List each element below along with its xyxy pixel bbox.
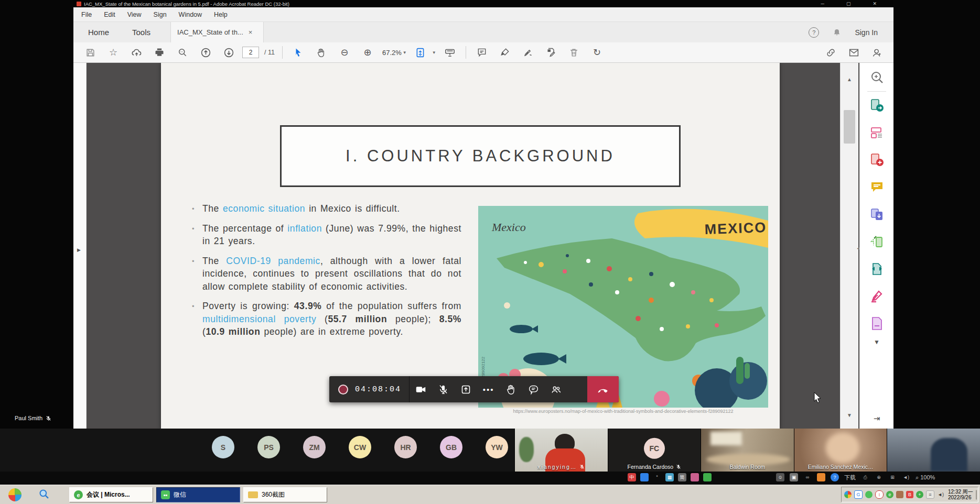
more-options-button[interactable]: ••• [477, 385, 500, 394]
zoom-in-icon[interactable]: ⊕ [356, 48, 379, 57]
open-tools-pane-icon[interactable]: ⇥ [874, 414, 880, 423]
hang-up-button[interactable] [587, 376, 619, 402]
raise-hand-button[interactable] [500, 384, 522, 395]
taskbar-search-icon[interactable] [39, 489, 49, 499]
translate-icon[interactable]: 中 [628, 473, 636, 481]
menu-sign[interactable]: Sign [154, 11, 167, 18]
share-link-icon[interactable] [819, 47, 842, 58]
open-nav-pane-icon[interactable]: ▶ [77, 247, 81, 253]
tray-video-b-icon[interactable]: B [906, 491, 913, 498]
plugin-icon[interactable] [817, 473, 825, 481]
participant-avatar[interactable]: YW [486, 436, 508, 458]
video-tile[interactable]: Baldwin Room [701, 429, 794, 472]
adobe-cloud-upload-icon[interactable] [125, 47, 148, 58]
grid-icon[interactable]: ▦ [665, 473, 674, 481]
menu-window[interactable]: Window [179, 11, 202, 18]
degree-icon[interactable]: ° [653, 473, 661, 481]
fill-sign-icon[interactable] [516, 47, 540, 58]
select-tool-icon[interactable] [287, 48, 310, 57]
camera-button[interactable] [410, 384, 432, 395]
participant-avatar[interactable]: ZM [303, 436, 326, 458]
help-bubble-icon[interactable]: ? [831, 473, 839, 481]
printer-icon[interactable]: ⎙ [861, 473, 869, 481]
sound-icon[interactable]: ◄) [902, 473, 910, 481]
tray-browser-pinwheel-icon[interactable] [844, 491, 852, 498]
search-tool-icon[interactable] [870, 70, 884, 84]
print-icon[interactable] [148, 47, 171, 58]
comment-tool-icon[interactable] [870, 180, 884, 194]
tab-document[interactable]: IAC_MX_State of th... × [170, 22, 264, 42]
start-button-icon[interactable] [8, 488, 21, 501]
email-icon[interactable] [842, 47, 865, 58]
video-tile[interactable]: FC Fernanda Cardoso [608, 429, 701, 472]
profile-icon[interactable] [865, 47, 888, 58]
combine-files-icon[interactable] [870, 207, 884, 222]
participant-avatar[interactable]: HR [394, 436, 417, 458]
read-mode-icon[interactable] [438, 47, 461, 58]
feedback-icon[interactable]: ☺ [776, 473, 784, 481]
menu-file[interactable]: File [81, 11, 92, 18]
tray-browser-e-icon[interactable]: e [886, 491, 893, 498]
skin-icon[interactable] [691, 473, 699, 481]
zoom-level-value[interactable]: 67.2% [382, 49, 402, 57]
help-icon[interactable]: ? [809, 27, 819, 38]
tray-cloud-drive-icon[interactable]: G [854, 490, 863, 499]
fill-sign-tool-icon[interactable] [870, 289, 884, 303]
fit-page-icon[interactable] [409, 47, 432, 58]
taskbar-button-meeting[interactable]: e 会议 | Micros... [69, 487, 153, 502]
delete-pages-icon[interactable] [563, 48, 586, 58]
menu-help[interactable]: Help [214, 11, 228, 18]
export-pdf-icon[interactable] [870, 98, 884, 113]
page-zoom-indicator[interactable]: ⌕ 100% [916, 474, 935, 481]
assistant-icon[interactable] [640, 473, 649, 481]
menu-view[interactable]: View [127, 11, 142, 18]
share-screen-button[interactable] [455, 384, 477, 395]
participant-avatar[interactable]: GB [440, 436, 462, 458]
taskbar-button-wechat[interactable]: •• 微信 [156, 487, 240, 502]
notifications-bell-icon[interactable] [833, 28, 841, 37]
scroll-down-icon[interactable]: ▼ [841, 412, 858, 418]
rotate-icon[interactable]: ↻ [586, 48, 609, 57]
navigation-pane-strip[interactable]: ▶ [73, 63, 87, 430]
zoom-dropdown-caret-icon[interactable]: ▼ [403, 50, 407, 55]
sign-in-button[interactable]: Sign In [855, 28, 878, 37]
save-icon[interactable] [79, 48, 102, 58]
sidebar-more-chevron-icon[interactable]: ▼ [874, 338, 880, 346]
find-icon[interactable] [171, 47, 194, 58]
participant-avatar[interactable]: S [212, 436, 234, 458]
tray-temperature-icon[interactable]: ↕ [875, 490, 884, 499]
simplified-chinese-icon[interactable]: 简 [678, 473, 686, 481]
video-tile[interactable]: xiangying… [514, 429, 608, 472]
comment-icon[interactable] [470, 47, 493, 58]
more-tools-icon[interactable] [870, 316, 884, 331]
previous-page-icon[interactable] [194, 47, 217, 58]
scroll-up-icon[interactable]: ▲ [841, 76, 858, 82]
video-tile[interactable]: Emiliano Sanchez Mexic… [794, 429, 887, 472]
image-icon[interactable]: ▣ [790, 473, 798, 481]
participant-avatar[interactable]: CW [349, 436, 371, 458]
favorites-star-icon[interactable]: ☆ [102, 48, 125, 57]
tray-volume-icon[interactable]: ◄) [937, 491, 944, 498]
current-page-input[interactable]: 2 [242, 47, 259, 58]
chat-button[interactable] [522, 384, 545, 395]
tray-pdf-badge-icon[interactable]: 8 [976, 490, 980, 499]
maximize-button[interactable]: ▢ [846, 1, 851, 6]
shield-icon[interactable] [703, 473, 712, 481]
participants-button[interactable] [545, 384, 567, 395]
fit-dropdown-caret-icon[interactable]: ▼ [432, 50, 436, 55]
window-icon[interactable]: ⊞ [888, 473, 897, 481]
tray-health-plus-icon[interactable]: + [916, 491, 923, 498]
next-page-icon[interactable] [217, 47, 240, 58]
tab-tools[interactable]: Tools [124, 22, 159, 42]
organize-pages-icon[interactable] [870, 126, 884, 140]
tray-wechat-icon[interactable] [865, 491, 873, 498]
participant-avatar[interactable]: PS [257, 436, 280, 458]
request-signatures-icon[interactable] [540, 47, 563, 58]
hand-tool-icon[interactable] [310, 48, 333, 58]
tray-photos-icon[interactable] [896, 491, 903, 498]
infinity-icon[interactable]: ∞ [803, 473, 812, 481]
tab-home[interactable]: Home [80, 22, 117, 42]
zoom-out-icon[interactable]: ⊖ [333, 48, 356, 57]
scrollbar-thumb[interactable] [844, 110, 855, 144]
compress-pdf-icon[interactable] [870, 262, 884, 276]
